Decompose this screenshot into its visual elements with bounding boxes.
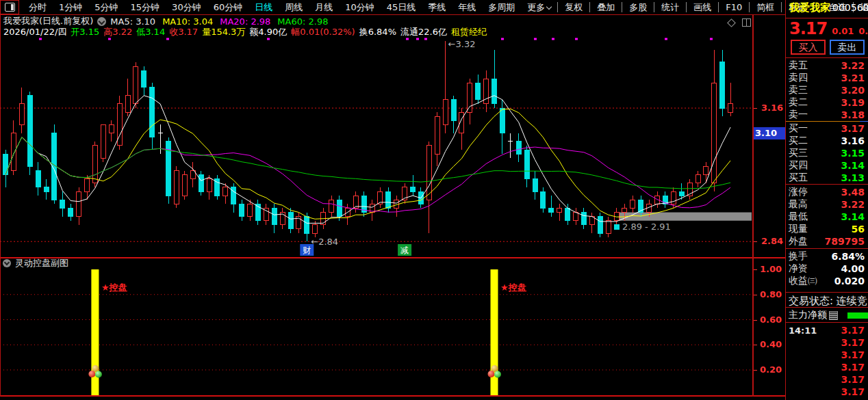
info-segment: 低3.14: [136, 26, 165, 38]
list-icon: [829, 311, 838, 320]
row-label: 换手: [789, 250, 808, 263]
svg-text:减: 减: [400, 245, 409, 255]
split-window-icon[interactable]: [742, 18, 751, 27]
mid-divider-tip: [860, 121, 868, 122]
diamond-icon[interactable]: [727, 18, 736, 27]
trade-status: 交易状态: 连续竞: [789, 295, 867, 308]
divider: [786, 57, 868, 58]
stock-code: 000560: [832, 2, 868, 13]
buy-button[interactable]: 买入: [791, 40, 826, 55]
level-row: 收益㈢0.020: [786, 275, 868, 287]
topbar-divider: [0, 14, 786, 15]
ma-label: MA5: 3.10: [110, 16, 155, 27]
app-window: 分时1分钟5分钟15分钟30分钟60分钟日线周线月线10分钟45日线季线年线多周…: [0, 0, 868, 400]
row-value: 56: [852, 224, 865, 235]
menu-item-月线[interactable]: 月线: [309, 1, 339, 14]
main-chart-canvas[interactable]: ←3.32←2.842.89 - 2.91财减: [0, 38, 753, 258]
collapse-icon[interactable]: [3, 259, 11, 267]
info-segment: 额4.90亿: [249, 26, 287, 38]
sub-chart-canvas[interactable]: ★控盘★控盘: [0, 268, 753, 397]
tick-row: 14:113.17: [786, 324, 868, 336]
tool-画线[interactable]: 画线: [686, 2, 718, 12]
menu-item-30分钟[interactable]: 30分钟: [166, 1, 207, 14]
row-label: 买一: [789, 122, 808, 135]
row-value: 3.16: [841, 135, 865, 146]
tick-price: 3.17: [841, 349, 865, 360]
row-value: 3.21: [841, 72, 865, 83]
level-row[interactable]: 买二3.16: [786, 135, 868, 147]
info-segment: 量154.3万: [202, 26, 245, 38]
svg-text:★控盘: ★控盘: [101, 282, 127, 293]
sell-button[interactable]: 卖出: [830, 40, 865, 55]
buy-queue: 买一3.17买二3.16买三3.15买四3.14买五3.13: [786, 122, 868, 184]
level-row: 涨停3.48: [786, 186, 868, 198]
tool-F10[interactable]: F10: [718, 2, 749, 12]
tick-price: 3.17: [841, 374, 865, 385]
menu-item-年线[interactable]: 年线: [452, 1, 482, 14]
sell-queue: 卖五3.22卖四3.21卖三3.20卖二3.19卖一3.18: [786, 59, 868, 121]
divider: [786, 292, 868, 293]
tool-统计[interactable]: 统计: [654, 2, 686, 12]
panel-divider: [0, 257, 786, 258]
level-row[interactable]: 卖四3.21: [786, 72, 868, 84]
menu-item-5分钟[interactable]: 5分钟: [88, 1, 124, 14]
row-value: 3.17: [841, 123, 865, 134]
menu-item-多周期[interactable]: 多周期: [482, 1, 521, 14]
main-force-row[interactable]: 主力净额: [789, 310, 867, 321]
level-row: 外盘789795: [786, 235, 868, 248]
row-value: 3.19: [841, 97, 865, 108]
tool-叠加[interactable]: 叠加: [589, 2, 622, 12]
info-segment: 2026/01/22/四: [3, 26, 66, 38]
main-force-label: 主力净额: [789, 309, 827, 321]
menu-item-60分钟[interactable]: 60分钟: [207, 1, 249, 14]
level-row[interactable]: 买四3.14: [786, 159, 868, 172]
row-label: 收益㈢: [789, 275, 817, 287]
level-row[interactable]: 买五3.13: [786, 172, 868, 184]
tick-row: 3.17: [786, 361, 868, 373]
menu-item-更多[interactable]: 更多: [521, 1, 557, 14]
level-row[interactable]: 卖二3.19: [786, 96, 868, 109]
tick-row: 3.17: [786, 373, 868, 386]
tool-简框[interactable]: 简框: [749, 2, 781, 12]
menu-item-日线[interactable]: 日线: [248, 1, 279, 14]
menu-item-分时[interactable]: 分时: [23, 1, 53, 14]
menu-item-15分钟[interactable]: 15分钟: [125, 1, 166, 14]
level-row: 换手6.84%: [786, 250, 868, 263]
row-label: 外盘: [789, 235, 808, 248]
tool-多股[interactable]: 多股: [622, 2, 654, 12]
row-value: 3.22: [841, 60, 865, 71]
stats-block-2: 换手6.84%净资4.00收益㈢0.020: [786, 250, 868, 287]
tick-price: 3.17: [841, 386, 865, 397]
menu-item-周线[interactable]: 周线: [279, 1, 309, 14]
menu-item-45日线[interactable]: 45日线: [381, 1, 422, 14]
info-segment: 收3.17: [169, 26, 198, 38]
row-value: 3.14: [841, 211, 865, 222]
quote-sidebar: 我爱我家 000560 3.17 0.01 0.32% 买入 卖出 卖五3.22…: [786, 0, 868, 400]
menu-item-季线[interactable]: 季线: [422, 1, 452, 14]
menu-item-10分钟[interactable]: 10分钟: [339, 1, 381, 14]
svg-text:★控盘: ★控盘: [500, 282, 526, 293]
level-row[interactable]: 卖一3.18: [786, 109, 868, 121]
level-row[interactable]: 卖三3.20: [786, 84, 868, 96]
price-change-pct: 0.32%: [858, 26, 868, 36]
axis-tick: [754, 295, 757, 295]
axis-tick: [754, 241, 757, 242]
level-row[interactable]: 买三3.15: [786, 147, 868, 159]
level-row: 净资4.00: [786, 263, 868, 275]
row-value: 0.020: [834, 276, 865, 286]
row-label: 卖四: [789, 72, 808, 84]
chevron-down-icon[interactable]: [97, 17, 106, 26]
row-value: 3.14: [841, 160, 865, 171]
menu-item-1分钟[interactable]: 1分钟: [53, 1, 88, 14]
row-value: 6.84%: [831, 251, 865, 262]
level-row[interactable]: 卖五3.22: [786, 59, 868, 72]
level-row: 最高3.22: [786, 198, 868, 211]
divider: [786, 248, 868, 249]
level-row[interactable]: 买一3.17: [786, 122, 868, 135]
chevron-down-icon: [546, 3, 552, 9]
window-layout-icon: [5, 3, 15, 12]
ma-labels: MA5: 3.10MA10: 3.04MA20: 2.98MA60: 2.98: [110, 16, 335, 27]
tool-复权[interactable]: 复权: [557, 2, 589, 12]
layout-toggle-button[interactable]: [0, 0, 19, 14]
axis-divider: [752, 14, 754, 397]
